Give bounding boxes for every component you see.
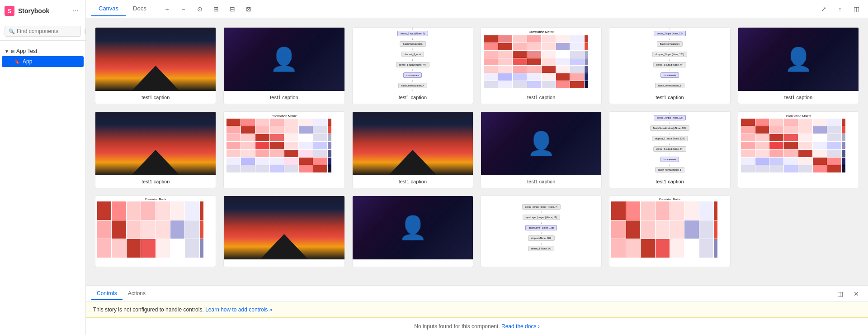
diag-arrow: ↓ [669,37,671,40]
person-image-2 [738,28,859,91]
search-input-wrap[interactable]: 🔍 / [5,26,81,37]
canvas-caption-16 [481,259,601,267]
matrix-grid-2 [226,119,341,172]
mc4 [170,239,184,258]
tab-docs[interactable]: Docs [126,1,154,16]
da4: ↓ [540,211,542,214]
matrix-scale [585,35,588,43]
share-icon[interactable]: ↑ [834,3,846,15]
sidebar-title: Storybook [18,7,49,14]
diag-arrow: ↓ [412,58,414,61]
mc [226,150,241,157]
diagram-1: dense_2_input | input | (None, 7) ↓ Inpu… [353,28,473,91]
matrix-cell [556,43,570,50]
search-icon: 🔍 [9,29,15,34]
matrix-cell [542,58,556,66]
matrix-scale [585,81,588,88]
tab-actions[interactable]: Actions [123,287,151,300]
bottom-info-bar: This story is not configured to handle c… [86,302,868,318]
db4: InputLayer | output | (None, 12) [523,215,560,220]
mc3 [741,142,755,149]
mc5-scale [714,201,717,220]
matrix-scale [585,51,588,58]
diag-arrow: ↓ [669,58,671,61]
tab-controls[interactable]: Controls [91,287,123,300]
panel-close-icon[interactable]: ✕ [850,287,863,300]
mc3 [827,158,841,165]
mc3 [784,126,798,134]
mc4 [127,201,141,220]
mc4 [170,220,184,239]
mc [226,142,241,149]
canvas-image-5: dense_2_input | input | (None, 7) ↓ Inpu… [609,28,730,91]
sidebar-item-app[interactable]: 🔖 App [2,56,84,67]
mc4 [185,220,199,239]
sunset-image-2 [95,112,216,175]
matrix-cell [570,43,584,50]
db4: BatchNorm | (None, 128) [525,225,557,230]
canvas-image-11: dense_2_input | input | (None, Tx) ↓ Inp… [609,112,730,175]
nav-group-header[interactable]: ▼ ⊞ App Test [0,46,85,56]
grid-icon[interactable]: ⊞ [210,3,222,15]
mc5 [626,239,640,258]
mc3 [827,134,841,141]
panel-layout-icon[interactable]: ◫ [834,287,846,300]
matrix-cell [527,73,541,81]
canvas-area[interactable]: test1 caption test1 caption dense_2 [86,18,868,285]
canvas-caption-1: test1 caption [95,91,216,104]
db4: dense_3 (None, 64) [528,246,554,251]
canvas-caption-13 [95,259,216,267]
matrix-cell [542,51,556,58]
nav-group-label: App Test [16,48,37,54]
mc3 [755,134,769,141]
canvas-image-17: Correlation Matrix [609,196,730,259]
mc5-scale [714,220,717,239]
mc3 [784,165,798,172]
mc [313,134,327,141]
layout-icon[interactable]: ⊠ [242,3,255,15]
mc3 [813,119,827,126]
matrix-cell [542,73,556,81]
footer-text: No inputs found for this component. [414,323,500,330]
mc3 [813,150,827,157]
mc4 [112,201,126,220]
search-input[interactable] [17,28,85,34]
canvas-caption-8 [224,175,344,182]
tab-canvas[interactable]: Canvas [91,1,126,16]
mc [313,126,327,134]
diag-box3: concatenate [660,157,679,162]
diag-arrow: ↓ [669,48,671,51]
mc5 [656,239,670,258]
sidebar-menu-button[interactable]: ··· [70,5,81,16]
mc-scale [328,126,331,134]
bookmark-icon: 🔖 [14,59,20,64]
measure-icon[interactable]: ⊟ [226,3,239,15]
mc3 [784,158,798,165]
diag-box: dense_2 input (None, 12) [654,31,685,36]
mc4 [127,239,141,258]
mc [313,158,327,165]
diag-arrow: ↓ [669,28,671,30]
sidebar-header: S Storybook ··· [0,0,85,22]
sidebar-toggle-icon[interactable]: ◫ [850,3,863,15]
mc [284,126,298,134]
zoom-out-icon[interactable]: − [177,3,190,15]
canvas-caption-2: test1 caption [224,91,344,104]
zoom-in-icon[interactable]: + [161,3,174,15]
fullscreen-icon[interactable]: ⤢ [817,3,830,15]
person-image-3 [481,112,601,175]
footer-link[interactable]: Read the docs › [501,323,540,330]
matrix-cell [542,66,556,73]
matrix-cell [570,66,584,73]
diag-arrow: ↓ [412,37,414,40]
mc4 [141,239,155,258]
bottom-info-link[interactable]: Learn how to add controls » [205,306,272,313]
mc3 [798,142,812,149]
mc [284,142,298,149]
mc [255,150,269,157]
mc5 [684,220,698,239]
matrix-cell [484,43,498,50]
zoom-reset-icon[interactable]: ⊙ [193,3,206,15]
matrix-cell [556,66,570,73]
mc [270,134,284,141]
